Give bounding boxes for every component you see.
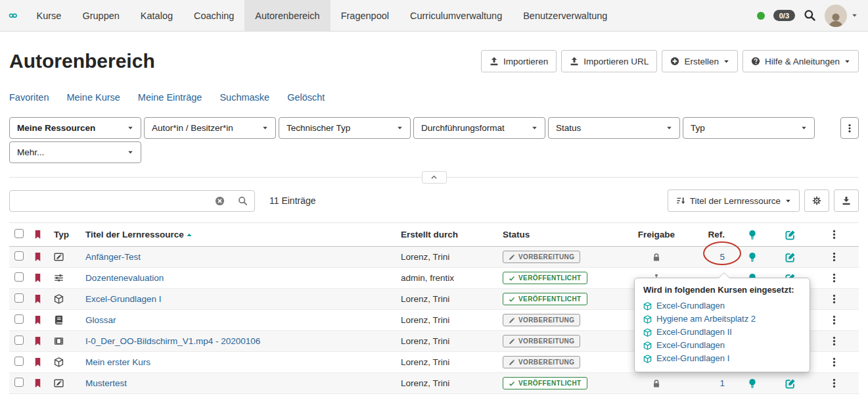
tooltip-course-item: Excel-Grundlagen II <box>643 326 801 339</box>
filter-row-2: Mehr... <box>9 141 859 163</box>
nav-item-autorenbereich[interactable]: Autorenbereich <box>244 0 330 31</box>
filter-label: Status <box>556 123 581 133</box>
filter-mehr[interactable]: Mehr... <box>9 141 141 163</box>
user-menu-caret-icon[interactable] <box>852 12 857 18</box>
col-status[interactable]: Status <box>499 223 630 247</box>
nav-item-fragenpool[interactable]: Fragenpool <box>331 0 400 31</box>
download-button[interactable] <box>834 189 859 212</box>
col-typ[interactable]: Typ <box>50 223 81 247</box>
kebab-icon[interactable] <box>829 378 839 388</box>
entries-count: 11 Einträge <box>269 195 316 206</box>
resource-title-link[interactable]: Mein erster Kurs <box>85 357 150 367</box>
bookmark-icon[interactable] <box>33 252 43 262</box>
tab-gelöscht[interactable]: Gelöscht <box>287 92 325 103</box>
filter-status[interactable]: Status <box>548 117 680 139</box>
lightbulb-icon[interactable] <box>747 378 758 389</box>
nav-item-coaching[interactable]: Coaching <box>183 0 244 31</box>
nav-item-katalog[interactable]: Katalog <box>130 0 183 31</box>
course-link[interactable]: Hygiene am Arbeitsplatz 2 <box>656 312 756 326</box>
importieren-url-button[interactable]: Importieren URL <box>561 50 657 72</box>
kebab-icon[interactable] <box>829 336 839 346</box>
table-search-input[interactable] <box>10 191 208 211</box>
filters-more-button[interactable] <box>840 117 859 139</box>
resource-title-link[interactable]: Dozentenevaluation <box>85 273 164 283</box>
resource-title-link[interactable]: I-0_Der_OO-Bildschirm_V1.mp4 - 20200106 <box>85 336 260 346</box>
button-label: Importieren URL <box>583 57 649 66</box>
filter-meine-ressourcen[interactable]: Meine Ressourcen <box>9 117 141 139</box>
resource-title-link[interactable]: Excel-Grundlagen I <box>85 294 162 304</box>
row-checkbox[interactable] <box>14 272 24 282</box>
clear-search-button[interactable] <box>208 191 231 211</box>
kebab-icon[interactable] <box>829 315 839 325</box>
row-checkbox[interactable] <box>14 293 24 303</box>
nav-item-curriculumverwaltung[interactable]: Curriculumverwaltung <box>400 0 513 31</box>
row-checkbox[interactable] <box>14 357 24 366</box>
tab-favoriten[interactable]: Favoriten <box>9 92 49 103</box>
toolbar-right: Titel der Lernressource <box>668 189 859 212</box>
row-checkbox[interactable] <box>14 314 24 324</box>
tab-meine-einträge[interactable]: Meine Einträge <box>138 92 202 103</box>
col-ref[interactable]: Ref. <box>683 223 733 247</box>
nav-item-gruppen[interactable]: Gruppen <box>72 0 129 31</box>
select-all-checkbox[interactable] <box>14 229 24 238</box>
person-icon <box>827 11 845 27</box>
kebab-icon[interactable] <box>829 273 839 283</box>
hilfe-anleitungen-button[interactable]: Hilfe & Anleitungen <box>742 50 859 72</box>
search-icon[interactable] <box>804 9 816 22</box>
col-freigabe[interactable]: Freigabe <box>630 223 683 247</box>
filter-typ[interactable]: Typ <box>683 117 815 139</box>
assessment-counter-badge[interactable]: 0/3 <box>773 10 795 21</box>
course-link[interactable]: Excel-Grundlagen I <box>656 352 729 365</box>
ref-count-link[interactable]: 5 <box>720 252 725 262</box>
row-checkbox[interactable] <box>14 378 24 387</box>
bookmark-icon[interactable] <box>33 294 43 304</box>
lightbulb-icon[interactable] <box>747 252 758 262</box>
caret-down-icon <box>127 125 133 131</box>
nav-item-kurse[interactable]: Kurse <box>26 0 72 31</box>
bookmark-icon[interactable] <box>33 336 43 346</box>
tab-suchmaske[interactable]: Suchmaske <box>219 92 269 103</box>
tooltip-course-item: Excel-Grundlagen <box>643 339 801 352</box>
resource-title-link[interactable]: Mustertest <box>85 378 127 388</box>
kebab-icon[interactable] <box>829 252 839 262</box>
ref-count-link[interactable]: 1 <box>720 378 725 388</box>
status-label: VORBEREITUNG <box>518 253 574 261</box>
row-checkbox[interactable] <box>14 251 24 261</box>
table-settings-button[interactable] <box>804 189 829 212</box>
filter-bar: Meine RessourcenAutor*in / Besitzer*inTe… <box>9 117 840 139</box>
course-link[interactable]: Excel-Grundlagen <box>656 299 725 312</box>
filter-autor-in-besitzer-in[interactable]: Autor*in / Besitzer*in <box>144 117 276 139</box>
course-link[interactable]: Excel-Grundlagen II <box>656 326 732 339</box>
kebab-icon[interactable] <box>829 294 839 304</box>
erstellen-button[interactable]: Erstellen <box>662 50 738 72</box>
resource-title-link[interactable]: Glossar <box>85 315 116 325</box>
bookmark-icon[interactable] <box>33 357 43 367</box>
bookmark-icon <box>33 230 43 239</box>
kebab-icon <box>845 124 854 133</box>
course-icon <box>54 294 64 304</box>
search-button[interactable] <box>231 191 254 211</box>
status-badge: VERÖFFENTLICHT <box>503 272 587 284</box>
collapse-filters-button[interactable] <box>422 171 447 184</box>
bookmark-icon[interactable] <box>33 273 43 283</box>
sort-button[interactable]: Titel der Lernressource <box>668 189 800 212</box>
user-avatar[interactable] <box>825 5 847 27</box>
edit-icon[interactable] <box>785 378 796 389</box>
row-checkbox[interactable] <box>14 336 24 345</box>
col-titel[interactable]: Titel der Lernressource <box>81 223 397 247</box>
resource-title-link[interactable]: Anfänger-Test <box>85 252 141 262</box>
edit-icon[interactable] <box>785 252 796 262</box>
filter-durchführungsformat[interactable]: Durchführungsformat <box>413 117 545 139</box>
openolat-logo[interactable] <box>0 0 26 31</box>
nav-item-benutzerverwaltung[interactable]: Benutzerverwaltung <box>513 0 618 31</box>
course-link[interactable]: Excel-Grundlagen <box>656 339 725 352</box>
importieren-button[interactable]: Importieren <box>481 50 557 72</box>
kebab-icon[interactable] <box>829 230 839 239</box>
tab-meine-kurse[interactable]: Meine Kurse <box>66 92 120 103</box>
bookmark-icon[interactable] <box>33 378 43 388</box>
col-erstellt[interactable]: Erstellt durch <box>397 223 499 247</box>
bookmark-icon[interactable] <box>33 315 43 325</box>
kebab-icon[interactable] <box>829 357 839 367</box>
gear-icon <box>812 196 821 205</box>
filter-technischer-typ[interactable]: Technischer Typ <box>279 117 411 139</box>
